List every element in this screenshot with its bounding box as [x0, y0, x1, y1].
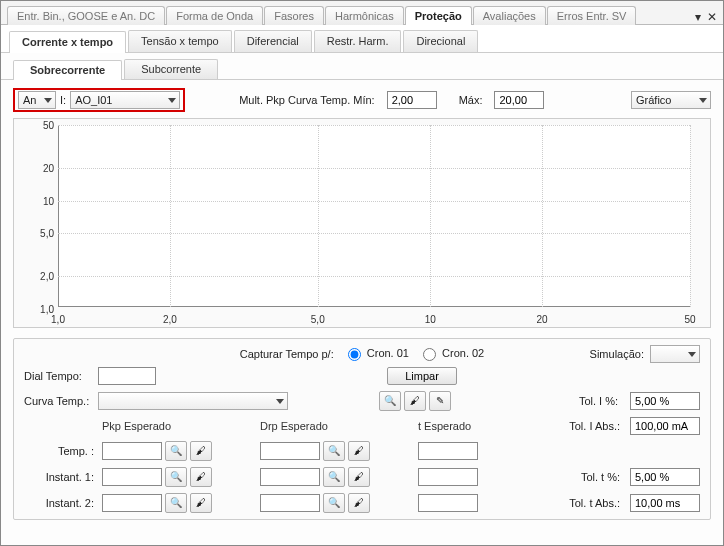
brush-icon[interactable]: 🖌 — [348, 467, 370, 487]
subtab-diferencial[interactable]: Diferencial — [234, 30, 312, 52]
i-dropdown[interactable]: AO_I01 — [70, 91, 180, 109]
tol-i-pct-input[interactable] — [630, 392, 700, 410]
zoom-icon[interactable]: 🔍 — [165, 493, 187, 513]
i-label: I: — [58, 94, 68, 106]
inst2-drp-input[interactable] — [260, 494, 320, 512]
inst1-t-input[interactable] — [418, 468, 478, 486]
close-icon[interactable]: ✕ — [707, 10, 717, 24]
an-dropdown[interactable]: An — [18, 91, 56, 109]
brush-icon[interactable]: 🖌 — [190, 467, 212, 487]
tol-i-abs-input[interactable] — [630, 417, 700, 435]
inst1-row-label: Instant. 1: — [24, 471, 94, 483]
brush-icon[interactable]: 🖌 — [348, 441, 370, 461]
cron01-radio[interactable]: Cron. 01 — [348, 347, 409, 361]
pkp-header: Pkp Esperado — [102, 420, 252, 432]
inst2-t-input[interactable] — [418, 494, 478, 512]
sub-tab2-strip: Sobrecorrente Subcorrente — [1, 53, 723, 80]
x-tick: 2,0 — [163, 314, 177, 325]
mult-pkp-min-input[interactable] — [387, 91, 437, 109]
subtab-corrente-tempo[interactable]: Corrente x tempo — [9, 31, 126, 53]
chart: 50 20 10 5,0 2,0 1,0 1,0 2,0 5,0 10 20 5… — [13, 118, 711, 328]
y-tick: 5,0 — [14, 228, 54, 239]
curva-temp-label: Curva Temp.: — [24, 395, 90, 407]
curva-temp-dropdown[interactable] — [98, 392, 288, 410]
temp-t-input[interactable] — [418, 442, 478, 460]
chart-plot-area — [58, 125, 690, 307]
config-row: An I: AO_I01 Mult. Pkp Curva Temp. Mín: … — [13, 88, 711, 112]
x-tick: 10 — [425, 314, 436, 325]
bottom-panel: Capturar Tempo p/: Cron. 01 Cron. 02 Sim… — [13, 338, 711, 520]
tab-avaliacoes[interactable]: Avaliações — [473, 6, 546, 25]
subtab2-sobrecorrente[interactable]: Sobrecorrente — [13, 60, 122, 80]
chevron-down-icon[interactable]: ▾ — [695, 10, 701, 24]
tab-fasores[interactable]: Fasores — [264, 6, 324, 25]
dial-tempo-label: Dial Tempo: — [24, 370, 90, 382]
inst1-pkp-input[interactable] — [102, 468, 162, 486]
clean-brush-icon[interactable]: ✎ — [429, 391, 451, 411]
x-tick: 20 — [537, 314, 548, 325]
y-tick: 10 — [14, 195, 54, 206]
zoom-icon[interactable]: 🔍 — [379, 391, 401, 411]
tab-forma-onda[interactable]: Forma de Onda — [166, 6, 263, 25]
inst2-pkp-input[interactable] — [102, 494, 162, 512]
simulacao-label: Simulação: — [590, 348, 644, 360]
zoom-icon[interactable]: 🔍 — [323, 493, 345, 513]
tab-harmonicas[interactable]: Harmônicas — [325, 6, 404, 25]
brush-icon[interactable]: 🖌 — [190, 441, 212, 461]
tol-t-abs-label: Tol. t Abs.: — [554, 497, 624, 509]
mult-pkp-min-label: Mult. Pkp Curva Temp. Mín: — [239, 94, 375, 106]
x-tick: 50 — [684, 314, 695, 325]
cron02-radio[interactable]: Cron. 02 — [423, 347, 484, 361]
y-tick: 1,0 — [14, 304, 54, 315]
tol-t-pct-input[interactable] — [630, 468, 700, 486]
y-tick: 50 — [14, 120, 54, 131]
temp-drp-input[interactable] — [260, 442, 320, 460]
tol-t-abs-input[interactable] — [630, 494, 700, 512]
y-tick: 20 — [14, 163, 54, 174]
grafico-dropdown[interactable]: Gráfico — [631, 91, 711, 109]
brush-icon[interactable]: 🖌 — [348, 493, 370, 513]
zoom-icon[interactable]: 🔍 — [165, 441, 187, 461]
brush-icon[interactable]: 🖌 — [404, 391, 426, 411]
drp-header: Drp Esperado — [260, 420, 410, 432]
x-tick: 5,0 — [311, 314, 325, 325]
subtab-tensao-tempo[interactable]: Tensão x tempo — [128, 30, 232, 52]
tab-erros-sv[interactable]: Erros Entr. SV — [547, 6, 637, 25]
x-tick: 1,0 — [51, 314, 65, 325]
subtab2-subcorrente[interactable]: Subcorrente — [124, 59, 218, 79]
tab-protecao[interactable]: Proteção — [405, 6, 472, 25]
content-area: An I: AO_I01 Mult. Pkp Curva Temp. Mín: … — [1, 80, 723, 528]
inst1-drp-input[interactable] — [260, 468, 320, 486]
zoom-icon[interactable]: 🔍 — [323, 441, 345, 461]
tab-entr-bin[interactable]: Entr. Bin., GOOSE e An. DC — [7, 6, 165, 25]
limpar-button[interactable]: Limpar — [387, 367, 457, 385]
highlighted-selector-group: An I: AO_I01 — [13, 88, 185, 112]
y-tick: 2,0 — [14, 271, 54, 282]
simulacao-dropdown[interactable] — [650, 345, 700, 363]
temp-row-label: Temp. : — [24, 445, 94, 457]
subtab-direcional[interactable]: Direcional — [403, 30, 478, 52]
inst2-row-label: Instant. 2: — [24, 497, 94, 509]
capturar-tempo-label: Capturar Tempo p/: — [240, 348, 334, 360]
dial-tempo-input[interactable] — [98, 367, 156, 385]
sub-tab-strip: Corrente x tempo Tensão x tempo Diferenc… — [1, 25, 723, 53]
t-header: t Esperado — [418, 420, 538, 432]
tol-i-abs-label: Tol. I Abs.: — [554, 420, 624, 432]
subtab-restr-harm[interactable]: Restr. Harm. — [314, 30, 402, 52]
mult-pkp-max-input[interactable] — [494, 91, 544, 109]
top-tab-strip: Entr. Bin., GOOSE e An. DC Forma de Onda… — [1, 1, 723, 25]
zoom-icon[interactable]: 🔍 — [165, 467, 187, 487]
tol-i-pct-label: Tol. I %: — [552, 395, 622, 407]
zoom-icon[interactable]: 🔍 — [323, 467, 345, 487]
tol-t-pct-label: Tol. t %: — [554, 471, 624, 483]
temp-pkp-input[interactable] — [102, 442, 162, 460]
brush-icon[interactable]: 🖌 — [190, 493, 212, 513]
mult-pkp-max-label: Máx: — [459, 94, 483, 106]
